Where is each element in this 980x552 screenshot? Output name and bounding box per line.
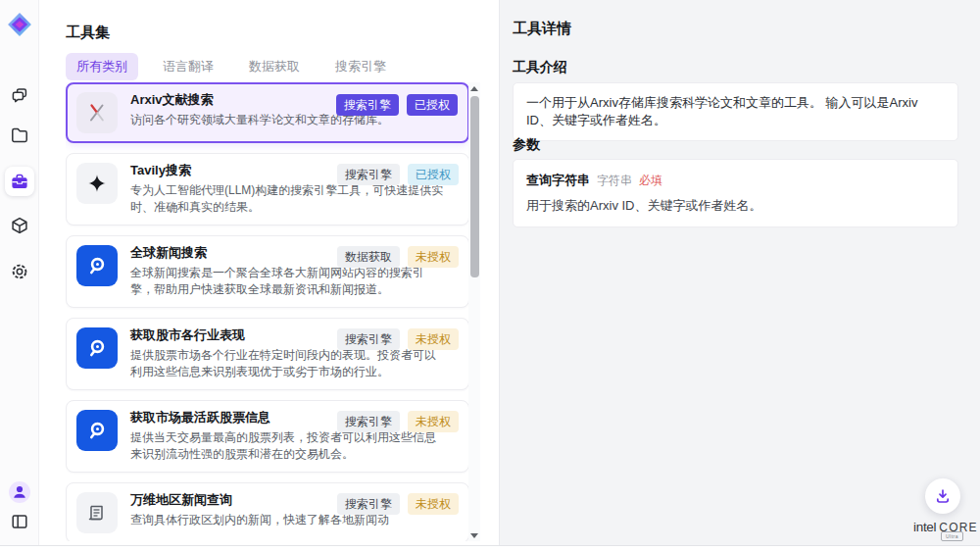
category-badge: 数据获取: [337, 246, 400, 268]
nav-rail: [0, 0, 39, 545]
auth-status-badge: 未授权: [408, 328, 459, 350]
scrollbar-thumb[interactable]: [470, 96, 479, 277]
intro-text: 一个用于从Arxiv存储库搜索科学论文和文章的工具。 输入可以是Arxiv ID…: [526, 95, 917, 127]
parameter-description: 用于搜索的Arxiv ID、关键字或作者姓名。: [526, 197, 945, 215]
tool-card-global-news[interactable]: 全球新闻搜索 全球新闻搜索是一个聚合全球各大新闻网站内容的搜索引擎，帮助用户快速…: [66, 235, 469, 308]
newspaper-icon: [76, 492, 118, 533]
tab-all-categories[interactable]: 所有类别: [66, 53, 138, 80]
parameter-name: 查询字符串: [526, 172, 590, 189]
toolset-panel: 工具集 所有类别 语言翻译 数据获取 搜索引擎 Arxiv文献搜索 访问各个研究…: [39, 0, 500, 545]
window-bottom-edge: [0, 545, 980, 552]
intel-wordmark: intel: [913, 520, 936, 534]
category-badge: 搜索引擎: [336, 94, 399, 116]
scroll-up-button[interactable]: [468, 82, 480, 94]
tool-details-panel: 工具详情 工具介绍 一个用于从Arxiv存储库搜索科学论文和文章的工具。 输入可…: [500, 0, 980, 545]
download-button[interactable]: [925, 478, 960, 514]
category-badge: 搜索引擎: [337, 411, 400, 432]
tool-card-sector-performance[interactable]: 获取股市各行业表现 提供股票市场各个行业在特定时间段内的表现。投资者可以利用这些…: [66, 318, 469, 390]
list-scrollbar[interactable]: [468, 82, 480, 541]
auth-status-badge: 未授权: [408, 246, 459, 268]
auth-status-badge: 未授权: [408, 493, 459, 515]
tool-description: 提供股票市场各个行业在特定时间段内的表现。投资者可以利用这些信息来识别表现优于或…: [130, 347, 446, 380]
toolbox-icon: [10, 172, 29, 191]
category-tabs: 所有类别 语言翻译 数据获取 搜索引擎: [66, 53, 397, 80]
tool-card-active-stocks[interactable]: 获取市场最活跃股票信息 提供当天交易量最高的股票列表，投资者可以利用这些信息来识…: [66, 400, 469, 473]
tool-list: Arxiv文献搜索 访问各个研究领域大量科学论文和文章的存储库。 搜索引擎 已授…: [66, 82, 469, 541]
intro-heading: 工具介绍: [513, 59, 567, 76]
cube-icon: [10, 216, 29, 235]
sidebar-item-files[interactable]: [5, 121, 34, 150]
category-badge: 搜索引擎: [337, 164, 400, 185]
tool-description: 全球新闻搜索是一个聚合全球各大新闻网站内容的搜索引擎，帮助用户快速获取全球最新资…: [130, 265, 446, 298]
user-avatar-icon: [8, 480, 31, 504]
auth-status-badge: 已授权: [408, 164, 459, 185]
folder-icon: [10, 125, 29, 145]
sidebar-item-tools[interactable]: [5, 167, 34, 196]
scroll-down-button[interactable]: [468, 529, 480, 541]
download-icon: [933, 486, 953, 506]
page-title: 工具集: [66, 24, 110, 42]
sidebar-item-settings[interactable]: [5, 257, 34, 286]
sidebar-item-models[interactable]: [5, 211, 34, 240]
auth-status-badge: 已授权: [407, 94, 458, 116]
tab-data-acquisition[interactable]: 数据获取: [238, 53, 311, 80]
tool-description: 提供当天交易量最高的股票列表，投资者可以利用这些信息来识别流动性强的股票和潜在的…: [130, 429, 446, 463]
tool-card-arxiv[interactable]: Arxiv文献搜索 访问各个研究领域大量科学论文和文章的存储库。 搜索引擎 已授…: [66, 82, 469, 143]
tab-language-translation[interactable]: 语言翻译: [152, 53, 224, 80]
collapse-sidebar-button[interactable]: [5, 507, 34, 536]
parameter-type: 字符串: [597, 173, 632, 189]
tool-card-tavily[interactable]: Tavily搜索 专为人工智能代理(LLM)构建的搜索引擎工具，可快速提供实时、…: [66, 153, 469, 226]
tool-description: 专为人工智能代理(LLM)构建的搜索引擎工具，可快速提供实时、准确和真实的结果。: [130, 182, 446, 216]
settings-icon: [10, 262, 29, 281]
sparkle-icon: [76, 163, 118, 204]
auth-status-badge: 未授权: [408, 411, 459, 432]
parameter-card: 查询字符串 字符串 必填 用于搜索的Arxiv ID、关键字或作者姓名。: [513, 159, 958, 227]
scroll-down-icon: [470, 533, 478, 538]
news-search-icon: [76, 410, 118, 451]
news-search-icon: [76, 245, 118, 286]
tool-card-regional-news[interactable]: 万维地区新闻查询 查询具体行政区划内的新闻，快速了解各地新闻动 搜索引擎 未授权: [66, 482, 469, 541]
scroll-up-icon: [470, 86, 478, 91]
intel-core-logo: intelCORE Ultra: [913, 518, 978, 535]
app-logo-icon: [7, 12, 32, 37]
category-badge: 搜索引擎: [337, 328, 400, 350]
intro-card: 一个用于从Arxiv存储库搜索科学论文和文章的工具。 输入可以是Arxiv ID…: [513, 82, 958, 141]
panel-toggle-icon: [10, 512, 29, 531]
required-badge: 必填: [639, 173, 662, 189]
arxiv-icon: [76, 92, 118, 133]
sidebar-item-chat[interactable]: [5, 80, 34, 110]
ultra-tier-badge: Ultra: [941, 531, 963, 541]
news-search-icon: [76, 327, 118, 369]
tab-search-engine[interactable]: 搜索引擎: [324, 53, 397, 80]
details-title: 工具详情: [513, 20, 571, 38]
category-badge: 搜索引擎: [337, 493, 400, 515]
chat-icon: [10, 85, 29, 105]
user-account-button[interactable]: [5, 477, 34, 507]
params-heading: 参数: [513, 136, 540, 154]
